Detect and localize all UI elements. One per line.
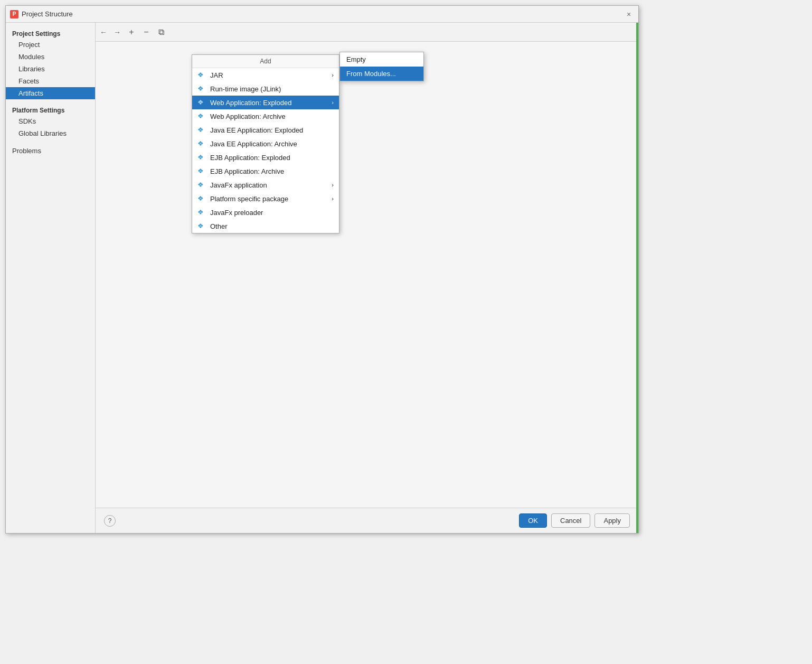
javaee-archive-icon (197, 139, 206, 148)
web-archive-icon (197, 112, 206, 120)
platform-chevron: › (332, 195, 334, 202)
menu-item-web-app-exploded[interactable]: Web Application: Exploded › (192, 96, 339, 109)
sub-dropdown-menu: Empty From Modules... (339, 52, 424, 81)
ejb-archive-icon (197, 167, 206, 175)
sidebar-item-libraries[interactable]: Libraries (6, 63, 95, 75)
app-icon: P (10, 10, 18, 18)
menu-item-javaee-archive[interactable]: Java EE Application: Archive (192, 137, 339, 151)
menu-item-javaee-exploded[interactable]: Java EE Application: Exploded (192, 123, 339, 137)
ok-button[interactable]: OK (519, 513, 547, 528)
menu-item-other[interactable]: Other (192, 219, 339, 233)
ejb-exploded-icon (197, 153, 206, 162)
menu-item-runtime-image[interactable]: Run-time image (JLink) (192, 82, 339, 96)
web-exploded-icon (197, 98, 206, 107)
sub-item-empty[interactable]: Empty (340, 52, 423, 67)
platform-pkg-icon (197, 194, 206, 203)
main-content: ← → + − ⧉ Add (96, 23, 638, 533)
add-dropdown-menu: Add JAR › Run-time image (JLink) Web App… (192, 54, 339, 233)
copy-button[interactable]: ⧉ (155, 26, 167, 39)
platform-settings-section: Platform Settings (6, 104, 95, 115)
content-area (96, 42, 638, 508)
menu-item-platform-pkg[interactable]: Platform specific package › (192, 192, 339, 205)
menu-item-javafx-app[interactable]: JavaFx application › (192, 178, 339, 192)
web-exploded-chevron: › (332, 99, 334, 106)
close-button[interactable]: × (624, 9, 634, 20)
sidebar-item-project[interactable]: Project (6, 39, 95, 51)
sidebar-item-modules[interactable]: Modules (6, 51, 95, 63)
menu-item-javafx-preloader[interactable]: JavaFx preloader (192, 205, 339, 219)
window-title: Project Structure (22, 10, 73, 18)
runtime-icon (197, 85, 206, 93)
javafx-app-icon (197, 181, 206, 189)
menu-item-jar[interactable]: JAR › (192, 68, 339, 82)
sidebar-item-artifacts[interactable]: Artifacts (6, 87, 95, 99)
menu-item-web-app-archive[interactable]: Web Application: Archive (192, 109, 339, 123)
forward-button[interactable]: → (111, 27, 123, 38)
sub-item-from-modules[interactable]: From Modules... (340, 67, 423, 81)
apply-button[interactable]: Apply (594, 513, 630, 528)
back-button[interactable]: ← (98, 27, 109, 38)
add-button[interactable]: + (125, 26, 138, 39)
javafx-preloader-icon (197, 208, 206, 217)
javafx-chevron: › (332, 182, 334, 188)
jar-chevron: › (332, 72, 334, 78)
remove-button[interactable]: − (140, 26, 153, 39)
bottom-bar: ? OK Cancel Apply (96, 508, 638, 533)
jar-icon (197, 71, 206, 79)
menu-item-ejb-archive[interactable]: EJB Application: Archive (192, 164, 339, 178)
menu-item-ejb-exploded[interactable]: EJB Application: Exploded (192, 151, 339, 164)
sidebar-item-global-libraries[interactable]: Global Libraries (6, 127, 95, 139)
sidebar: Project Settings Project Modules Librari… (6, 23, 96, 533)
title-bar-left: P Project Structure (10, 10, 73, 18)
main-window: P Project Structure × Project Settings P… (5, 5, 639, 534)
javaee-exploded-icon (197, 126, 206, 134)
status-indicator (636, 23, 638, 533)
dropdown-header: Add (192, 55, 339, 68)
cancel-button[interactable]: Cancel (551, 513, 590, 528)
project-settings-section: Project Settings (6, 27, 95, 39)
other-icon (197, 222, 206, 230)
help-button[interactable]: ? (104, 515, 116, 527)
sidebar-item-sdks[interactable]: SDKs (6, 115, 95, 127)
sidebar-item-facets[interactable]: Facets (6, 75, 95, 87)
sidebar-item-problems[interactable]: Problems (6, 144, 95, 158)
window-body: Project Settings Project Modules Librari… (6, 23, 638, 533)
title-bar: P Project Structure × (6, 6, 638, 23)
